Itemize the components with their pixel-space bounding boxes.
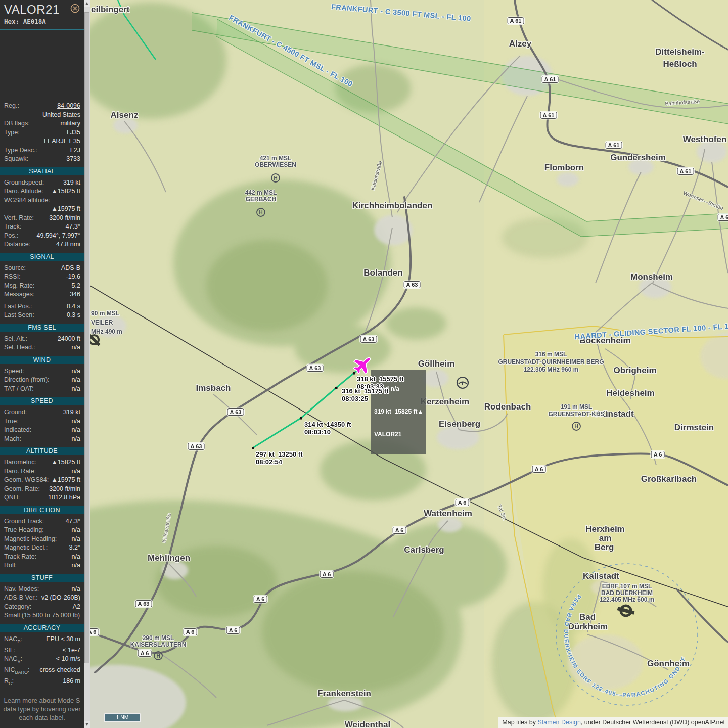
data-label: Barometric: bbox=[4, 458, 36, 467]
map-label-town: Berg bbox=[595, 542, 614, 552]
data-value: -19.6 bbox=[66, 272, 81, 282]
info-row: LEARJET 35 bbox=[0, 137, 84, 146]
tooltip-callsign: VALOR21 bbox=[374, 431, 423, 438]
data-label: Distance: bbox=[4, 240, 30, 249]
data-row: Mach:n/a bbox=[0, 435, 84, 444]
data-row: Baro. Altitude:▲15825 ft bbox=[0, 187, 84, 196]
map-label-town: Herxheim bbox=[585, 524, 624, 534]
data-row: ▲15975 ft bbox=[0, 205, 84, 214]
data-value: ▲15975 ft bbox=[51, 476, 80, 485]
data-label: Baro. Altitude: bbox=[4, 187, 43, 196]
map-label-avi: GRUENSTADT-KHS bbox=[548, 411, 604, 418]
data-label-text: NIC bbox=[4, 666, 15, 673]
info-row: Reg.:84-0096 bbox=[0, 102, 84, 111]
section-header: SIGNAL bbox=[0, 253, 84, 261]
map-label-avi: BAD DUERKHEIM bbox=[601, 589, 653, 597]
data-value: n/a bbox=[72, 376, 80, 385]
data-label: Magnetic Decl.: bbox=[4, 543, 48, 553]
data-label-text: Speed: bbox=[4, 368, 24, 375]
data-row: Messages:346 bbox=[0, 290, 84, 299]
data-value: n/a bbox=[72, 343, 80, 352]
data-label: WGS84 altitude: bbox=[4, 196, 50, 205]
data-row: TAT / OAT:n/a bbox=[0, 385, 84, 394]
data-label-text: True Heading: bbox=[4, 526, 44, 533]
scale-bar: 1 NM bbox=[104, 713, 141, 722]
data-label-text: SIL: bbox=[4, 647, 15, 654]
scroll-down-button[interactable] bbox=[84, 721, 90, 728]
stamen-design-link[interactable]: Stamen Design bbox=[537, 719, 580, 726]
adsb-tracker-app: VALOR21 Hex: AE018A Reg.:84-0096United S… bbox=[0, 0, 728, 728]
data-label-text: Magnetic Decl.: bbox=[4, 544, 48, 551]
data-row: Speed:n/a bbox=[0, 367, 84, 376]
aircraft-photo-placeholder bbox=[0, 30, 84, 102]
road-shield: A 6 bbox=[226, 627, 240, 634]
data-value: ADS-B bbox=[61, 264, 80, 273]
road-shield: A 63 bbox=[228, 408, 244, 416]
hex-value: AE018A bbox=[23, 18, 46, 25]
map-label-avi: GRUENSTADT-QUIRNHEIMER BERG bbox=[498, 358, 604, 366]
data-label-text: Magnetic Heading: bbox=[4, 535, 57, 542]
data-value: n/a bbox=[72, 467, 80, 476]
data-label: TAT / OAT: bbox=[4, 385, 34, 394]
map-label-town: Frankenstein bbox=[317, 689, 371, 698]
map-label-avi: 122.405 MHz 600 m bbox=[600, 596, 655, 603]
data-value: 186 m bbox=[63, 677, 80, 688]
road-shield: A 6 bbox=[651, 451, 665, 458]
data-row: True:n/a bbox=[0, 417, 84, 426]
data-value: 319 kt bbox=[63, 408, 80, 417]
scrollbar-thumb[interactable] bbox=[84, 12, 89, 663]
map-label-avi: 122.305 MHz 960 m bbox=[524, 366, 579, 373]
map-canvas[interactable]: HHHH eilbingertAlsenzAlzeyDittelsheim-He… bbox=[90, 0, 728, 728]
data-label-text: Ground Track: bbox=[4, 518, 44, 525]
data-label-text: True: bbox=[4, 418, 19, 425]
data-label: RC: bbox=[4, 677, 14, 688]
data-row-fulltext: Small (15 500 to 75 000 lb) bbox=[0, 611, 84, 620]
info-row: DB flags:military bbox=[0, 119, 84, 128]
data-label: QNH: bbox=[4, 493, 20, 503]
data-row: Ground:319 kt bbox=[0, 408, 84, 417]
map-label-avi: MHz 490 m bbox=[91, 328, 122, 335]
road-shield: A 61 bbox=[677, 168, 694, 175]
aircraft-callsign: VALOR21 bbox=[4, 3, 60, 17]
trail-point-label: 297 kt 13250 ft08:02:54 bbox=[256, 450, 303, 466]
data-label-text: Baro. Altitude: bbox=[4, 188, 43, 195]
map-label-town: am bbox=[599, 533, 612, 543]
road-shield: A 63 bbox=[135, 600, 152, 607]
data-label-text: Direction (from): bbox=[4, 376, 50, 383]
data-label-text: Msg. Rate: bbox=[4, 282, 34, 289]
road-shield: A 61 bbox=[606, 142, 622, 149]
data-value: 24000 ft bbox=[58, 335, 80, 344]
data-label: Messages: bbox=[4, 290, 34, 299]
data-value: 47.8 nmi bbox=[56, 240, 80, 249]
data-row: Sel. Alt.:24000 ft bbox=[0, 335, 84, 344]
data-row: Msg. Rate:5.2 bbox=[0, 282, 84, 291]
data-row: ADS-B Ver.:v2 (DO-260B) bbox=[0, 594, 84, 603]
map-base-svg: HHHH eilbingertAlsenzAlzeyDittelsheim-He… bbox=[90, 0, 728, 728]
data-row: Pos.:49.594°, 7.997° bbox=[0, 232, 84, 241]
data-label-text: R bbox=[4, 677, 9, 685]
data-value: 3200 ft/min bbox=[49, 214, 80, 223]
data-value: n/a bbox=[72, 417, 80, 426]
info-row: United States bbox=[0, 111, 84, 120]
helipad-letter: H bbox=[574, 424, 578, 429]
data-row: WGS84 altitude: bbox=[0, 196, 84, 205]
data-row: NACV:< 10 m/s bbox=[0, 655, 84, 666]
road-shield: A 63 bbox=[404, 281, 421, 288]
registration-link[interactable]: 84-0096 bbox=[57, 102, 80, 111]
data-row: Magnetic Decl.:3.2° bbox=[0, 543, 84, 553]
scroll-up-button[interactable] bbox=[84, 0, 90, 7]
sidebar-scrollbar[interactable] bbox=[84, 0, 90, 728]
trail-point-label: 314 kt 14350 ft08:03:10 bbox=[304, 421, 351, 436]
road-shield: A 63 bbox=[307, 365, 324, 372]
map-label-town: Heidesheim bbox=[606, 388, 654, 398]
data-label-suffix: : bbox=[28, 666, 29, 673]
data-label-text: Track Rate: bbox=[4, 553, 36, 560]
data-label: Speed: bbox=[4, 367, 24, 376]
data-label: Geom. WGS84: bbox=[4, 476, 49, 485]
road-shield: A 61 bbox=[540, 112, 557, 119]
data-value: 49.594°, 7.997° bbox=[37, 232, 80, 241]
close-icon[interactable] bbox=[70, 4, 80, 15]
aircraft-data-sections: SPATIALGroundspeed:319 ktBaro. Altitude:… bbox=[0, 167, 84, 689]
data-row: Geom. Rate:3200 ft/min bbox=[0, 485, 84, 494]
data-label: True: bbox=[4, 417, 19, 426]
